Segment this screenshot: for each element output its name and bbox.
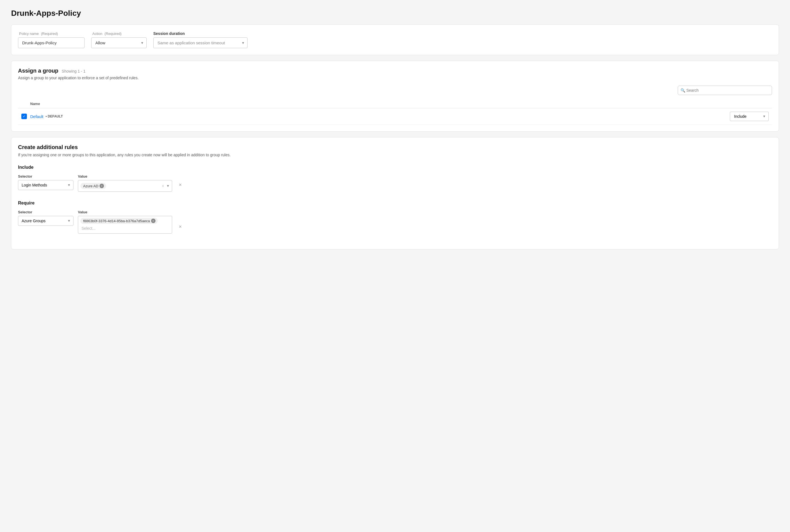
action-label: Action (Required): [91, 31, 147, 36]
session-duration-select[interactable]: Same as application session timeout Cust…: [153, 37, 247, 48]
include-value-tag-azure-ad: Azure AD ×: [80, 183, 106, 189]
additional-rules-title: Create additional rules: [18, 144, 772, 150]
table-row: ✓ Default • DEFAULT Include Exclude ▼: [18, 108, 772, 125]
assign-group-description: Assign a group to your application to en…: [18, 76, 772, 80]
session-duration-field: Session duration Same as application ses…: [153, 31, 247, 48]
require-tag-remove[interactable]: ×: [151, 218, 155, 223]
require-remove-rule-button[interactable]: ×: [176, 222, 184, 232]
include-value-field: Value Azure AD × × ▼: [78, 174, 172, 192]
assign-group-title: Assign a group: [18, 68, 58, 74]
session-duration-label: Session duration: [153, 31, 247, 36]
group-name-cell: Default • DEFAULT: [30, 114, 730, 119]
require-value-label: Value: [78, 210, 172, 214]
include-selector-field: Selector Login Methods Azure Groups Coun…: [18, 174, 73, 190]
tag-text-azure-ad: Azure AD: [83, 184, 98, 188]
include-value-label: Value: [78, 174, 172, 178]
action-select[interactable]: Allow Deny: [91, 37, 147, 48]
action-field: Action (Required) Allow Deny ▼: [91, 31, 147, 48]
search-container: 🔍: [18, 86, 772, 95]
checkbox-area: ✓: [21, 114, 30, 119]
group-link[interactable]: Default: [30, 114, 43, 119]
require-tag-text: f8863b0f-3376-4d14-85ba-b376a7d5aeca: [83, 219, 150, 223]
policy-name-label: Policy name (Required): [18, 31, 84, 36]
search-icon: 🔍: [680, 88, 685, 93]
require-selector-field: Selector Login Methods Azure Groups Coun…: [18, 210, 73, 226]
include-value-multi-select[interactable]: Azure AD × × ▼: [78, 180, 172, 192]
policy-name-field: Policy name (Required): [18, 31, 84, 48]
row-checkbox[interactable]: ✓: [21, 114, 27, 119]
additional-rules-card: Create additional rules If you're assign…: [11, 137, 779, 249]
policy-card: Policy name (Required) Action (Required)…: [11, 24, 779, 55]
search-input[interactable]: [678, 86, 772, 95]
tag-remove-azure-ad[interactable]: ×: [99, 184, 104, 188]
include-selector-label: Selector: [18, 174, 73, 178]
include-select-wrapper: Include Exclude ▼: [730, 112, 769, 121]
page-title: Drunk-Apps-Policy: [11, 9, 779, 18]
require-block-title: Require: [18, 201, 772, 206]
require-select-placeholder: Select...: [80, 225, 163, 232]
default-badge: • DEFAULT: [46, 114, 63, 118]
include-rule-block: Include Selector Login Methods Azure Gro…: [18, 165, 772, 192]
require-value-tag: f8863b0f-3376-4d14-85ba-b376a7d5aeca ×: [80, 218, 158, 224]
require-value-field: Value f8863b0f-3376-4d14-85ba-b376a7d5ae…: [78, 210, 172, 233]
assign-group-card: Assign a group Showing 1 - 1 Assign a gr…: [11, 61, 779, 132]
assign-group-showing: Showing 1 - 1: [62, 69, 86, 73]
include-value-clear-icon[interactable]: ×: [162, 184, 164, 188]
require-selector-select[interactable]: Login Methods Azure Groups Country Devic…: [18, 216, 73, 226]
assign-group-header: Assign a group Showing 1 - 1: [18, 68, 772, 74]
require-selector-wrapper: Login Methods Azure Groups Country Devic…: [18, 216, 73, 226]
policy-name-input[interactable]: [18, 37, 84, 48]
include-selector-select[interactable]: Login Methods Azure Groups Country Devic…: [18, 180, 73, 190]
include-block-title: Include: [18, 165, 772, 170]
include-value-chevron-icon: ▼: [166, 184, 170, 188]
require-value-container[interactable]: f8863b0f-3376-4d14-85ba-b376a7d5aeca × S…: [78, 216, 172, 233]
name-column-header: Name: [30, 102, 769, 106]
include-rule-row: Selector Login Methods Azure Groups Coun…: [18, 174, 772, 192]
require-selector-label: Selector: [18, 210, 73, 214]
include-selector-wrapper: Login Methods Azure Groups Country Devic…: [18, 180, 73, 190]
include-remove-rule-button[interactable]: ×: [176, 180, 184, 190]
require-rule-row: Selector Login Methods Azure Groups Coun…: [18, 210, 772, 233]
additional-rules-description: If you're assigning one or more groups t…: [18, 153, 772, 157]
table-header: Name: [18, 99, 772, 108]
session-duration-select-wrapper: Same as application session timeout Cust…: [153, 37, 247, 48]
include-select[interactable]: Include Exclude: [730, 112, 769, 121]
require-rule-block: Require Selector Login Methods Azure Gro…: [18, 201, 772, 233]
action-select-wrapper: Allow Deny ▼: [91, 37, 147, 48]
policy-row: Policy name (Required) Action (Required)…: [18, 31, 772, 48]
search-input-wrapper: 🔍: [678, 86, 772, 95]
